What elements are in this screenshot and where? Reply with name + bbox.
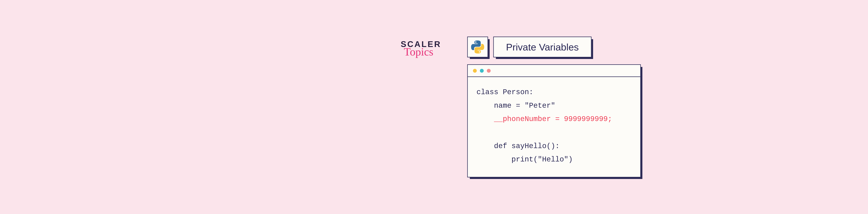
- code-line-6: print("Hello"): [476, 155, 573, 164]
- content-column: Private Variables class Person: name = "…: [467, 37, 641, 177]
- traffic-light-yellow-icon: [473, 69, 477, 72]
- header-row: Private Variables: [467, 37, 641, 58]
- language-icon-box: [467, 37, 488, 58]
- scaler-topics-logo: SCALER Topics: [401, 40, 441, 58]
- code-line-5: def sayHello():: [476, 142, 560, 150]
- code-block: class Person: name = "Peter" __phoneNumb…: [468, 77, 641, 177]
- page-title: Private Variables: [506, 41, 579, 52]
- traffic-light-pink-icon: [487, 69, 491, 72]
- code-line-2: name = "Peter": [476, 102, 555, 110]
- window-titlebar: [468, 65, 641, 77]
- code-line-1: class Person:: [476, 88, 533, 97]
- title-box: Private Variables: [493, 37, 591, 58]
- diagram-stage: SCALER Topics Private Variables class Pe…: [401, 37, 641, 177]
- traffic-light-cyan-icon: [480, 69, 484, 72]
- code-line-3-private-variable: __phoneNumber = 9999999999;: [476, 115, 612, 123]
- python-logo-icon: [471, 40, 485, 54]
- code-window: class Person: name = "Peter" __phoneNumb…: [467, 64, 641, 177]
